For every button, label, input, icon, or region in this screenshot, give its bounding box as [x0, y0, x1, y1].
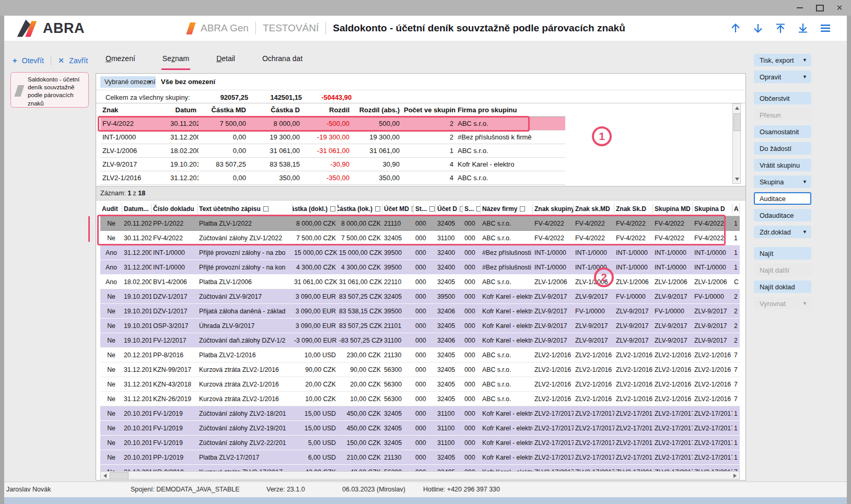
občerstvit-button[interactable]: Občerstvit [754, 92, 811, 104]
najít-doklad-button[interactable]: Najít doklad [754, 280, 811, 293]
journal-table-row[interactable]: Ne31.12.2019KZN-26/2019Kurzová ztráta ZL… [100, 392, 740, 406]
journal-column-header[interactable]: Skupina MD [653, 204, 693, 214]
first-record-button[interactable] [774, 21, 787, 35]
journal-column-header[interactable]: Název firmy [481, 204, 533, 214]
scroll-down-icon[interactable] [735, 178, 739, 181]
journal-column-header[interactable]: S... [463, 204, 481, 214]
journal-column-header[interactable]: Znak sk.MD [574, 204, 614, 214]
open-button[interactable]: Otevřít [22, 56, 44, 65]
column-filter-icon[interactable] [330, 206, 335, 212]
journal-column-header[interactable]: Znak Sk.D [614, 204, 653, 214]
journal-table-row[interactable]: Ne20.10.2019FV-1/2019Zúčtování zálohy ZL… [100, 436, 740, 450]
journal-table-row[interactable]: Ne20.12.2016PP-8/2016Platba ZLV2-1/20161… [100, 348, 740, 362]
scrollbar-thumb[interactable] [733, 113, 741, 131]
journal-table-row[interactable]: Ano18.02.2006BV1-4/2006Platba ZLV-1/2006… [100, 275, 740, 289]
journal-column-header[interactable]: St... [414, 204, 436, 214]
journal-table-row[interactable]: Ne20.10.2019FV-1/2019Zúčtování zálohy ZL… [100, 406, 740, 421]
next-record-button[interactable] [751, 21, 765, 35]
journal-cell: ZLV-1/2006 [693, 278, 732, 286]
groups-table-row[interactable]: ZLV-9/201719.10.201783 507,2583 538,15-3… [100, 158, 565, 171]
close-window-button[interactable]: Zavřít [69, 56, 88, 65]
odauditace-button[interactable]: Odauditace [754, 209, 811, 221]
main-menu-button[interactable] [819, 21, 832, 35]
scroll-right-icon[interactable] [733, 474, 737, 478]
maximize-button[interactable] [815, 4, 824, 12]
do-žádostí-button[interactable]: Do žádostí [754, 142, 811, 155]
close-button[interactable]: ✕ [835, 4, 844, 12]
auditace-button[interactable]: Auditace [754, 192, 811, 205]
groups-table-row[interactable]: INT-1/000031.12.20050,0019 300,00-19 300… [100, 131, 565, 144]
tab-seznam[interactable]: Seznam [161, 51, 190, 70]
journal-table-row[interactable]: Ne31.12.2018KZN-43/2018Kurzová ztráta ZL… [100, 377, 740, 392]
journal-column-header[interactable]: Účet D [436, 204, 463, 214]
column-filter-icon[interactable] [520, 206, 525, 212]
journal-table-row[interactable]: Ne19.10.2017DZV-1/2017Zúčtování ZLV-9/20… [100, 289, 740, 304]
groups-table-row[interactable]: ZLV2-1/201631.12.20190,00350,00-350,0035… [100, 171, 565, 185]
restriction-dropdown[interactable]: Vybrané omezení ▼ [100, 76, 156, 88]
groups-column-header[interactable]: Znak [100, 106, 168, 114]
prev-record-button[interactable] [729, 21, 742, 35]
journal-column-header[interactable]: A [732, 204, 740, 214]
groups-table-row[interactable]: ZLV-1/200618.02.20060,0031 061,00-31 061… [100, 144, 565, 158]
journal-table-hscrollbar[interactable] [100, 471, 740, 479]
journal-table-row[interactable]: Ne31.12.2017KZN-99/2017Kurzová ztráta ZL… [100, 362, 740, 377]
journal-column-header[interactable]: Znak skupiny [533, 204, 574, 214]
journal-table-row[interactable]: Ne19.10.2017FV-12/2017Zúčtování daň.zálo… [100, 333, 740, 348]
scroll-left-icon[interactable] [103, 474, 107, 478]
journal-cell: 18.02.2006 [122, 278, 151, 286]
journal-table-row[interactable]: Ano31.12.2005INT-1/0000Přijté provozní z… [100, 245, 740, 260]
journal-cell: -3 090,00 EUR [293, 337, 337, 344]
groups-column-header[interactable]: Rozdíl (abs.) [352, 106, 402, 114]
journal-column-header[interactable]: Skupina D [693, 204, 732, 214]
osamostatnit-button[interactable]: Osamostatnit [754, 125, 811, 138]
column-filter-icon[interactable] [263, 206, 269, 212]
column-filter-icon[interactable] [476, 206, 481, 212]
scrollbar-thumb[interactable] [110, 472, 129, 479]
journal-cell: ZLV2-1/2016 [693, 351, 732, 359]
column-filter-icon[interactable] [429, 206, 435, 212]
journal-column-header[interactable]: Částka (lok.) [337, 204, 382, 214]
journal-table-row[interactable]: Ne20.10.2019FV-1/2019Zúčtování zálohy ZL… [100, 421, 740, 436]
journal-table-row[interactable]: Ne30.11.2022FV-4/2022Zúčtování zálohy ZL… [100, 231, 740, 245]
journal-table-row[interactable]: Ne19.10.2017DZV-1/2017Přijatá záloha dan… [100, 304, 740, 319]
journal-table-row[interactable]: Ne20.11.2022PP-1/2022Platba ZLV-1/20228 … [100, 216, 740, 231]
skupina-button[interactable]: Skupina▼ [754, 175, 811, 188]
journal-cell: 000 [463, 293, 481, 300]
journal-table-row[interactable]: Ne19.10.2017OSP-3/2017Úhrada ZLV-9/20173… [100, 319, 740, 333]
groups-column-header[interactable]: Datum [168, 106, 199, 114]
journal-column-header[interactable]: Text účetního zápisu [197, 204, 293, 214]
journal-column-header[interactable]: Částka (dokl.) [293, 204, 337, 214]
x-icon: ✕ [58, 56, 65, 65]
minimize-button[interactable] [796, 4, 804, 12]
najít-button[interactable]: Najít [754, 247, 811, 260]
journal-cell: Ne [100, 425, 122, 432]
groups-column-header[interactable]: Počet ve skupině [402, 106, 456, 114]
groups-column-header[interactable]: Částka MD [199, 106, 248, 114]
journal-cell: 32405 [436, 278, 463, 286]
journal-column-header[interactable]: Číslo dokladu [151, 204, 197, 214]
opravit-button[interactable]: Opravit▼ [754, 71, 811, 83]
groups-column-header[interactable]: Částka D [248, 106, 302, 114]
groups-column-header[interactable]: Firma pro skupinu [456, 106, 563, 114]
groups-table-scrollbar[interactable] [732, 103, 741, 184]
tab-ochrana-dat[interactable]: Ochrana dat [261, 51, 304, 70]
vrátit-skupinu-button[interactable]: Vrátit skupinu [754, 159, 811, 171]
journal-column-header[interactable]: Audit [100, 204, 122, 214]
journal-column-header[interactable]: Datum... [122, 204, 151, 214]
tab-detail[interactable]: Detail [215, 51, 236, 70]
tab-omezen-[interactable]: Omezení [104, 51, 136, 70]
column-filter-icon[interactable] [375, 206, 380, 212]
journal-table-row[interactable]: Ano31.12.2005INT-1/0000Přijté provozní z… [100, 260, 740, 275]
journal-table-row[interactable]: Ne20.10.2019PP-1/2019Platba ZLV2-17/2017… [100, 450, 740, 465]
vyrovnat-button[interactable]: Vyrovnat▼ [754, 297, 811, 310]
last-record-button[interactable] [796, 21, 810, 35]
groups-column-header[interactable]: Rozdíl [302, 106, 352, 114]
přesun-button[interactable]: Přesun [754, 109, 811, 121]
zdr-doklad-button[interactable]: Zdr.doklad▼ [754, 226, 811, 238]
tisk-export-button[interactable]: Tisk, export▼ [754, 54, 811, 66]
record-status-strip: Záznam: 1 z 18 [96, 186, 745, 201]
najít-další-button[interactable]: Najít další [754, 264, 811, 276]
journal-column-header[interactable]: Účet MD [382, 204, 414, 214]
groups-table-row[interactable]: FV-4/202230.11.20227 500,008 000,00-500,… [100, 117, 565, 131]
scroll-up-icon[interactable] [735, 107, 739, 110]
